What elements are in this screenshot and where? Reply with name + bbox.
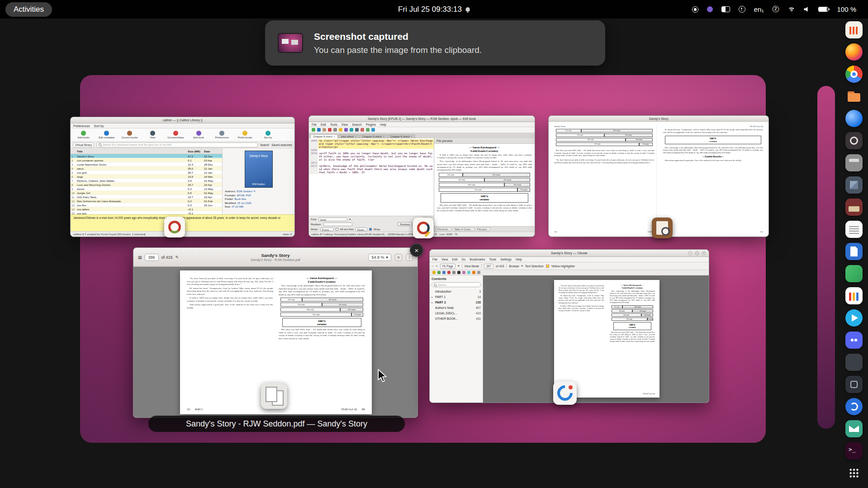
activities-button[interactable]: Activities xyxy=(5,2,52,17)
page-number-input: 397 xyxy=(484,264,493,269)
highlighter-tool-button: Yellow Highlighter xyxy=(551,265,575,268)
pdf-window-title: Sandy's Story Sandy's Story - RJW Seddon… xyxy=(210,253,341,262)
meta-size: Size47.20 MB xyxy=(225,205,292,209)
wrap-checkbox xyxy=(369,228,372,231)
dock-boxes-icon[interactable] xyxy=(845,176,863,194)
system-status-area[interactable]: en₁ ⓩ 100 % xyxy=(692,5,863,14)
book-page-number: 351 xyxy=(187,408,190,411)
chapter-heading: Faith/Doubt/Certainty xyxy=(610,287,655,289)
dock-camera-icon[interactable] xyxy=(845,132,863,149)
show-applications-icon[interactable] xyxy=(845,464,863,482)
page-text: "So, how 'bout (a) you pick 4 while rese… xyxy=(559,285,604,294)
screenshot-notification[interactable]: Screenshot captured You can paste the im… xyxy=(265,20,605,66)
fit-page-select: Fit Page xyxy=(440,264,456,269)
zoom-in-icon: + xyxy=(436,265,438,268)
app-indicator-icon[interactable] xyxy=(707,6,713,12)
accessibility-icon[interactable] xyxy=(739,6,745,13)
keyboard-layout-indicator[interactable]: en₁ xyxy=(754,5,764,13)
page-count-label: of 415 xyxy=(496,265,504,268)
input-method-icon[interactable]: ⓩ xyxy=(772,5,779,14)
dock-archive-manager-icon[interactable] xyxy=(845,154,863,171)
okular-app-icon xyxy=(553,381,577,405)
dock-media-player-icon[interactable] xyxy=(845,309,863,327)
dock-web-browser-icon[interactable] xyxy=(845,110,863,127)
dock-charts-icon[interactable] xyxy=(845,287,863,304)
wifi-icon[interactable] xyxy=(787,7,795,12)
certainty-box: 100%certainty xyxy=(665,136,762,144)
dock-documents-icon[interactable] xyxy=(845,243,863,260)
annotation-tool-icon xyxy=(452,271,455,274)
dock-radio-icon[interactable] xyxy=(845,199,863,216)
main-menu-button: ≡ xyxy=(395,254,402,261)
page-text: If faith is 100% you no longer have doub… xyxy=(187,297,273,303)
dropdown-icon: ▾ xyxy=(521,264,522,268)
dock-utility-icon[interactable] xyxy=(845,354,863,371)
page-text: He shook his head. "Conspicuous. Can't b… xyxy=(663,128,764,133)
menu-edit: Edit xyxy=(321,123,326,126)
toc-item-part-2: ▸PART 2238 xyxy=(432,299,481,305)
library-menu-bar: Preferences Sort by xyxy=(71,123,294,128)
table-row: 5css grid28.712 Jan xyxy=(71,171,222,175)
search-placeholder: Search (For advanced search click the ge… xyxy=(103,143,171,146)
dock-discord-icon[interactable] xyxy=(845,332,863,349)
all-files-checkbox xyxy=(336,228,338,231)
window-titlebar: Sandy's Story xyxy=(549,116,768,122)
page-text: "So, how 'bout (a) you pick 4 while rese… xyxy=(554,159,655,164)
annotation-tool-icon xyxy=(472,271,475,274)
mode-select: Fuzzy xyxy=(320,227,334,231)
dock-utility-icon[interactable] xyxy=(845,376,863,393)
table-row: 12Das Geheimnis der Llano Estacado0.201 … xyxy=(71,199,222,203)
okular-toolbar: − + Fit Page ▾ View Mode 397 of 415 Brow… xyxy=(430,262,709,270)
page-text: He shook his head. "Conspicuous. Can't b… xyxy=(559,295,604,304)
reader-right-page: YEAR 9 (of 10) He shook his head. "Consp… xyxy=(661,124,765,234)
dropdown-icon: ▾ xyxy=(386,255,388,260)
dock-files-icon[interactable] xyxy=(845,88,863,105)
running-header: YEAR 9 (of 10) xyxy=(749,125,763,128)
page-text: But when you had 100% faith + 0% doubt t… xyxy=(437,204,532,213)
toolbar-icon xyxy=(366,128,370,132)
edit-book-button: Edit book xyxy=(188,131,209,139)
menu-file: File xyxy=(312,123,317,126)
replace-input xyxy=(323,223,352,226)
library-toolbar: Add books Edit metadata Convert books Vi… xyxy=(71,128,294,142)
code-line: 3072<p>Here, knowledge of the philosophe… xyxy=(309,165,434,174)
dock-chrome-icon[interactable] xyxy=(845,66,863,83)
page-text: But when you had 100% faith + 0% doubt t… xyxy=(610,332,655,343)
tab-file-preview: File prev... xyxy=(475,227,491,231)
clock[interactable]: Fri Jul 25 09:33:13 xyxy=(398,5,470,14)
dock-mail-icon[interactable] xyxy=(845,420,863,437)
dock-terminal-icon[interactable] xyxy=(845,442,863,460)
window-okular[interactable]: Sandy's Story — Okular –▢× File View Edi… xyxy=(429,249,709,403)
dock-system-monitor-icon[interactable] xyxy=(845,21,863,38)
polish-books-button: Polish books xyxy=(234,131,256,139)
close-icon: × xyxy=(334,135,335,138)
dock-text-editor-icon[interactable] xyxy=(845,221,863,238)
battery-icon[interactable] xyxy=(818,7,828,12)
screen-record-indicator-icon[interactable] xyxy=(692,6,698,13)
next-workspace-preview[interactable] xyxy=(817,86,835,429)
notification-text: Screenshot captured You can paste the im… xyxy=(314,31,482,55)
close-icon: × xyxy=(383,135,384,138)
running-header: Sandy's Story xyxy=(554,125,565,128)
chapter-heading: Faith/Doubt/Certainty xyxy=(437,149,532,153)
dock-extensions-icon[interactable] xyxy=(845,265,863,282)
code-editor: 3068<p class="p1"><span style="letter-sp… xyxy=(309,138,434,216)
close-window-button[interactable]: × xyxy=(410,243,423,257)
author-heading: — Søren Kierkegaard — xyxy=(437,146,532,149)
tiling-indicator-icon[interactable] xyxy=(721,6,730,12)
dock-sync-icon[interactable] xyxy=(845,398,863,415)
polish-books-icon xyxy=(242,131,247,136)
book-list-header: TitleSize (MB)Date xyxy=(71,148,222,154)
volume-icon[interactable] xyxy=(804,7,810,12)
cover-author: RJW Seddon xyxy=(245,183,272,187)
page-text: Here, knowledge of the philosopher Søren… xyxy=(437,160,532,171)
toolbar-icon xyxy=(333,128,337,132)
dock-firefox-icon[interactable] xyxy=(845,43,863,61)
menu-bookmarks: Bookmarks xyxy=(470,258,485,261)
ebook-viewer-app-icon xyxy=(652,218,673,238)
sidebar-title: Contents xyxy=(432,277,481,281)
table-row: 7Dickens, Chalres: Zwei Städte3.901 May xyxy=(71,179,222,183)
jobs-indicator: Jobs: 0 xyxy=(283,232,292,236)
code-line: 3071 xyxy=(309,161,434,165)
menu-help: Help xyxy=(516,258,522,261)
